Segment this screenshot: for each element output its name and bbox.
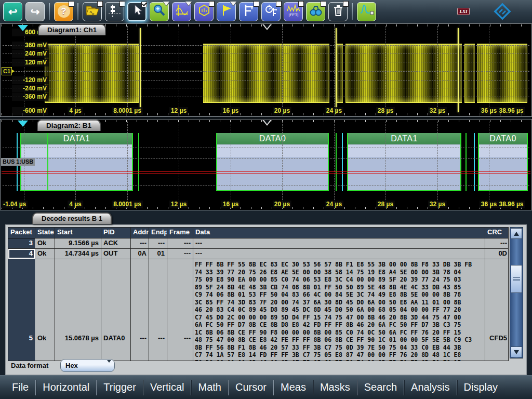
scrollbar-thumb[interactable] — [511, 265, 522, 293]
bus-frame[interactable]: DATA0 — [478, 133, 528, 191]
menu-item-file[interactable]: File — [5, 381, 35, 393]
zone-trigger-checkbox[interactable] — [209, 1, 215, 7]
menu-item-cursor[interactable]: Cursor — [229, 381, 273, 393]
x-axis-label: 32 µs — [428, 201, 447, 208]
table-row[interactable]: 3 Ok 9.1566 µs ACK --- --- --- --- --- — [8, 238, 508, 249]
waveform-spike — [458, 28, 459, 112]
menu-item-vertical[interactable]: Vertical — [143, 381, 191, 393]
x-axis-label: 28 µs — [376, 201, 395, 208]
trigger-position-icon[interactable] — [18, 121, 28, 127]
vertical-cursors-checkbox[interactable] — [119, 1, 125, 7]
diagram2-plot[interactable]: Diagram2: B1 BUS 1:USB -1.04 µs DATA1DAT… — [0, 119, 532, 210]
col-header-crc[interactable]: CRC — [485, 228, 509, 238]
menu-item-search[interactable]: Search — [357, 381, 404, 393]
col-header-state[interactable]: State — [35, 228, 55, 238]
delete-button[interactable] — [328, 2, 348, 21]
x-axis-label: 36 µs — [480, 201, 498, 208]
bus-frame[interactable]: DATA1 — [20, 133, 133, 191]
bus-frame[interactable]: DATA0 — [216, 133, 329, 191]
menu-item-display[interactable]: Display — [457, 381, 505, 393]
bus-frame[interactable]: DATA1 — [347, 133, 461, 191]
trigger-position-icon[interactable] — [18, 25, 28, 31]
menu-item-trigger[interactable]: Trigger — [97, 381, 143, 393]
help-checkbox[interactable] — [69, 1, 74, 7]
state-cell: Ok — [35, 249, 55, 259]
channel-badge[interactable]: C1 — [2, 67, 12, 75]
table-row[interactable]: 5 Ok 15.0678 µs DATA0 --- --- --- FF FF … — [8, 259, 508, 361]
col-header-data[interactable]: Data — [193, 228, 485, 238]
menu-item-masks[interactable]: Masks — [313, 381, 357, 393]
col-header-endp[interactable]: Endp — [149, 228, 167, 238]
menu-item-analysis[interactable]: Analysis — [404, 381, 456, 393]
tab-diagram2[interactable]: Diagram2: B1 — [37, 119, 101, 131]
tab-decode-results[interactable]: Decode results B 1 — [32, 212, 112, 224]
col-header-pid[interactable]: PID — [101, 228, 131, 238]
reference-marker-icon[interactable] — [262, 24, 272, 30]
scroll-down-button[interactable] — [511, 347, 522, 357]
measurement-checkbox[interactable] — [254, 1, 259, 7]
gridline — [437, 122, 438, 208]
y-axis-label: 360 mV — [12, 42, 48, 49]
packet-number-selected[interactable]: 4 — [8, 249, 35, 259]
data-cell: --- — [193, 249, 485, 259]
packet-number[interactable]: 3 — [8, 238, 35, 248]
vertical-cursors-button[interactable] — [105, 2, 124, 21]
tab-diagram1[interactable]: Diagram1: Ch1 — [38, 24, 106, 35]
fft-checkbox[interactable] — [298, 1, 304, 7]
gridline — [437, 26, 438, 112]
table-row[interactable]: 4 Ok 14.7344 µs OUT 0A 01 --- --- 0D — [8, 249, 508, 259]
probe-adjust-button[interactable] — [357, 2, 376, 21]
zone-trigger-button[interactable] — [194, 2, 214, 21]
bus-label[interactable]: BUS 1:USB — [1, 158, 35, 166]
bus-frame-body — [348, 144, 460, 190]
data-format-select[interactable]: Hex — [60, 359, 115, 372]
zoom-dropdown-arrow[interactable] — [163, 2, 169, 6]
x-axis-label: -1.04 µs — [2, 201, 28, 208]
gridline — [231, 26, 231, 112]
marker-button[interactable] — [217, 2, 236, 21]
math-button[interactable] — [172, 2, 191, 21]
bus-frame-label: DATA0 — [479, 133, 527, 144]
scroll-up-button[interactable] — [511, 228, 522, 239]
search-button[interactable] — [306, 2, 325, 21]
vertical-scrollbar[interactable] — [510, 227, 523, 358]
x-axis-label: 24 µs — [325, 107, 343, 115]
x-axis-label: 12 µs — [169, 107, 188, 115]
redo-icon: ↪ — [31, 6, 40, 17]
gridline — [179, 122, 179, 208]
help-button[interactable]: ? — [54, 2, 73, 21]
reference-marker-icon[interactable] — [262, 120, 272, 126]
delete-checkbox[interactable] — [343, 1, 349, 7]
open-file-checkbox[interactable] — [97, 1, 103, 7]
undo-button[interactable]: ↩ — [3, 2, 22, 21]
select-cursor-button[interactable] — [127, 2, 147, 21]
bus-frame-label: DATA0 — [217, 133, 328, 144]
col-header-frame[interactable]: Frame — [167, 228, 193, 238]
marker-dropdown-arrow[interactable] — [230, 2, 236, 6]
math-dropdown-arrow[interactable] — [185, 2, 192, 6]
menu-item-horizontal[interactable]: Horizontal — [36, 381, 96, 393]
gridline — [75, 122, 76, 208]
fft-button[interactable]: |FFT| — [284, 2, 303, 21]
quick-meas-button[interactable] — [261, 2, 281, 21]
diagram1-plot[interactable]: Diagram1: Ch1 600 mV -600 mV C1 360 mV24… — [0, 23, 532, 117]
endp-cell: --- — [149, 238, 167, 248]
quick-meas-checkbox[interactable] — [276, 1, 282, 7]
x-axis-label: 28 µs — [376, 107, 395, 115]
zoom-button[interactable] — [150, 2, 169, 21]
rs-logo — [493, 2, 512, 21]
data-format-label: Data format — [11, 362, 48, 370]
packet-number[interactable]: 5 — [8, 259, 35, 361]
menu-item-meas[interactable]: Meas — [274, 381, 313, 393]
search-checkbox[interactable] — [321, 1, 326, 7]
col-header-packet[interactable]: Packet — [8, 228, 35, 238]
hex-dump: FF FF 8B FF 55 8B EC 83 EC 30 53 56 57 8… — [195, 261, 483, 361]
open-file-button[interactable] — [83, 2, 102, 21]
col-header-addr[interactable]: Addr — [131, 228, 149, 238]
select-cursor-checkbox[interactable] — [141, 2, 147, 7]
col-header-start[interactable]: Start — [55, 228, 101, 238]
menu-item-math[interactable]: Math — [191, 381, 228, 393]
arrow-up-icon — [514, 232, 519, 236]
redo-button[interactable]: ↪ — [25, 2, 45, 21]
measurement-button[interactable] — [239, 2, 258, 21]
